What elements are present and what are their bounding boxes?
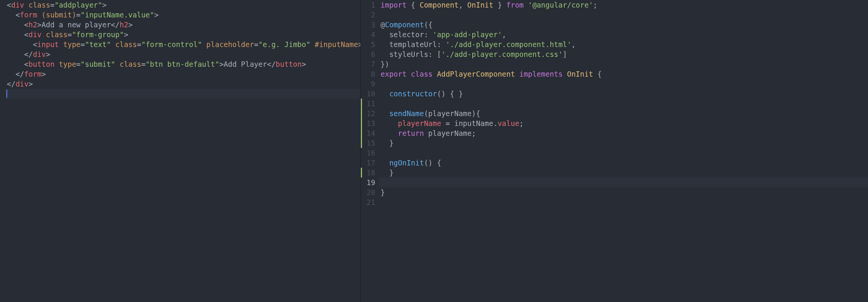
token-tag: div: [16, 80, 28, 88]
token-pun: >: [302, 60, 306, 68]
code-line[interactable]: [379, 99, 868, 109]
editor-pane-left[interactable]: <div class="addplayer"> <form (submit)="…: [0, 0, 361, 302]
code-line[interactable]: }: [379, 187, 868, 197]
token-str: "submit": [81, 60, 116, 68]
code-line[interactable]: </form>: [5, 69, 360, 79]
code-area-right[interactable]: import { Component, OnInit } from '@angu…: [379, 0, 868, 302]
token-kw: return: [398, 129, 424, 137]
line-number: [0, 49, 2, 59]
token-pun: (: [424, 109, 428, 118]
token-attr: class: [46, 30, 67, 39]
code-line[interactable]: sendName(playerName){: [379, 109, 868, 118]
line-number: 8: [361, 69, 375, 79]
token-pun: [515, 70, 519, 78]
line-number: 16: [361, 148, 375, 158]
code-line[interactable]: </div>: [5, 49, 360, 59]
token-attr: type: [63, 40, 81, 49]
line-number: 3: [361, 20, 375, 30]
code-line[interactable]: styleUrls: ['./add-player.component.css'…: [379, 49, 868, 59]
code-line[interactable]: }): [379, 59, 868, 69]
token-pun: [310, 40, 315, 49]
line-number: [0, 10, 2, 20]
token-kw: class: [411, 70, 432, 78]
token-pun: [24, 1, 28, 9]
token-pun: }: [389, 139, 393, 147]
code-line[interactable]: [379, 79, 868, 89]
token-txt: Add a new player: [42, 20, 111, 29]
token-pun: ;: [519, 119, 523, 127]
code-line[interactable]: <input type="text" class="form-control" …: [5, 39, 360, 49]
token-pun: >: [124, 30, 128, 39]
token-pun: [407, 70, 411, 78]
token-attr: placeholder: [206, 40, 254, 49]
code-line[interactable]: constructor() { }: [379, 89, 868, 99]
token-tag: input: [37, 40, 59, 49]
code-line[interactable]: @Component({: [379, 20, 868, 30]
token-fn: Component: [385, 20, 424, 29]
token-pun: [42, 30, 46, 39]
token-ident: styleUrls: [389, 50, 428, 58]
code-line[interactable]: <div class="form-group">: [5, 30, 360, 39]
token-pun: =: [76, 60, 80, 68]
token-tag: div: [28, 30, 41, 39]
token-pun: [55, 60, 59, 68]
editor-pane-right[interactable]: 123456789101112131415161718192021 import…: [361, 0, 868, 302]
code-line[interactable]: <form (submit)="inputName.value">: [5, 10, 360, 20]
token-str: 'app-add-player': [432, 30, 502, 39]
token-cls: Component: [420, 1, 459, 9]
line-gutter-left: [0, 0, 5, 302]
code-line[interactable]: [379, 10, 868, 20]
token-kw: from: [506, 1, 524, 9]
code-line[interactable]: <div class="addplayer">: [5, 0, 360, 10]
token-tag: form: [20, 11, 37, 19]
token-pun: >: [102, 1, 107, 9]
editor-split: <div class="addplayer"> <form (submit)="…: [0, 0, 868, 302]
line-number: 5: [361, 39, 375, 49]
code-line[interactable]: [379, 178, 868, 187]
token-pun: </: [7, 80, 16, 88]
token-pun: >: [46, 50, 50, 58]
token-tag: button: [28, 60, 55, 68]
code-line[interactable]: import { Component, OnInit } from '@angu…: [379, 0, 868, 10]
code-line[interactable]: [379, 148, 868, 158]
token-pun: [424, 129, 428, 137]
code-line[interactable]: selector: 'app-add-player',: [379, 30, 868, 39]
code-line[interactable]: return playerName;: [379, 128, 868, 138]
token-pun: >: [37, 20, 41, 29]
token-str: "addplayer": [55, 1, 102, 9]
token-ident: inputName: [454, 119, 493, 127]
line-number: [0, 39, 2, 49]
code-line[interactable]: export class AddPlayerComponent implemen…: [379, 69, 868, 79]
code-line[interactable]: }: [379, 168, 868, 178]
token-pun: () {: [424, 159, 441, 167]
line-number: [0, 59, 2, 69]
token-pun: ){: [472, 109, 480, 118]
token-pun: =: [81, 40, 85, 49]
code-line[interactable]: ngOnInit() {: [379, 158, 868, 168]
code-area-left[interactable]: <div class="addplayer"> <form (submit)="…: [5, 0, 360, 302]
line-number: 14: [361, 128, 375, 138]
code-line[interactable]: [5, 89, 360, 99]
code-line[interactable]: </div>: [5, 79, 360, 89]
token-pun: >: [42, 70, 46, 78]
code-line[interactable]: [379, 197, 868, 207]
token-pun: >: [358, 40, 361, 49]
line-number: [0, 89, 2, 99]
token-pun: [563, 70, 567, 78]
token-attr: class: [28, 1, 50, 9]
code-line[interactable]: <h2>Add a new player</h2>: [5, 20, 360, 30]
code-line[interactable]: }: [379, 138, 868, 148]
token-attr: (submit): [42, 11, 77, 19]
line-number: 9: [361, 79, 375, 89]
token-pun: [202, 40, 206, 49]
code-line[interactable]: playerName = inputName.value;: [379, 118, 868, 128]
code-line[interactable]: templateUrl: './add-player.component.htm…: [379, 39, 868, 49]
token-pun: }: [493, 1, 506, 9]
code-line[interactable]: <button type="submit" class="btn btn-def…: [5, 59, 360, 69]
token-pun: <: [24, 30, 28, 39]
line-number: 7: [361, 59, 375, 69]
token-str: "e.g. Jimbo": [259, 40, 310, 49]
line-number: [0, 30, 2, 39]
token-pun: [432, 70, 437, 78]
token-pun: =: [254, 40, 258, 49]
